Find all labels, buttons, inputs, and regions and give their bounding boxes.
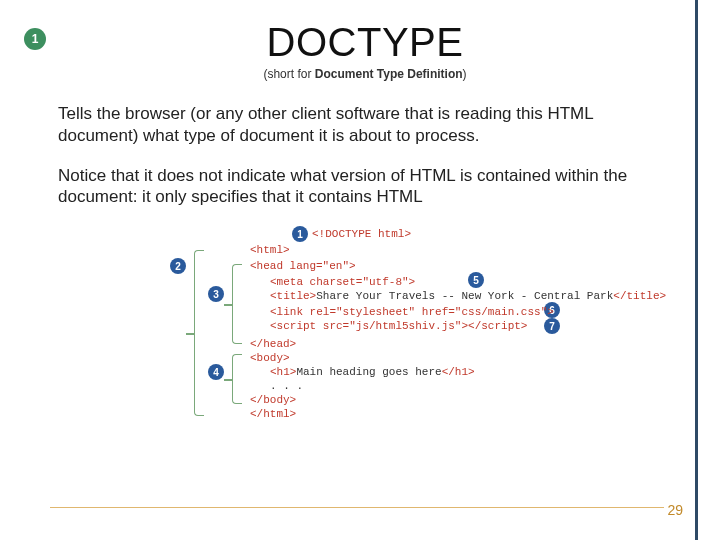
subtitle-bold: Document Type Definition xyxy=(315,67,463,81)
code-script: <script src="js/html5shiv.js"></script> xyxy=(270,320,527,332)
callout-7: 7 xyxy=(544,318,560,334)
code-ellipsis: . . . xyxy=(270,380,303,392)
code-head-close: </head> xyxy=(250,338,296,350)
page-title: DOCTYPE xyxy=(50,20,680,65)
code-diagram: 1 2 3 4 5 6 7 <!DOCTYPE html> <html> <he… xyxy=(150,226,580,426)
code-meta: <meta charset="utf-8"> xyxy=(270,276,415,288)
slide: 1 DOCTYPE (short for Document Type Defin… xyxy=(0,0,720,540)
bracket-body-stem xyxy=(224,379,232,381)
callout-5: 5 xyxy=(468,272,484,288)
subtitle: (short for Document Type Definition) xyxy=(50,67,680,81)
page-number: 29 xyxy=(664,502,686,518)
code-title: <title>Share Your Travels -- New York - … xyxy=(270,290,666,302)
bracket-body xyxy=(232,354,242,404)
code-html-open: <html> xyxy=(250,244,290,256)
callout-1: 1 xyxy=(292,226,308,242)
code-doctype: <!DOCTYPE html> xyxy=(312,228,411,240)
body-text: Tells the browser (or any other client s… xyxy=(50,103,680,208)
paragraph-1: Tells the browser (or any other client s… xyxy=(58,103,672,147)
code-html-close: </html> xyxy=(250,408,296,420)
callout-4: 4 xyxy=(208,364,224,380)
step-badge: 1 xyxy=(24,28,46,50)
code-body-close: </body> xyxy=(250,394,296,406)
callout-2: 2 xyxy=(170,258,186,274)
code-body-open: <body> xyxy=(250,352,290,364)
bracket-head xyxy=(232,264,242,344)
subtitle-suffix: ) xyxy=(463,67,467,81)
code-h1: <h1>Main heading goes here</h1> xyxy=(270,366,475,378)
bracket-head-stem xyxy=(224,304,232,306)
footer-rule xyxy=(50,507,670,508)
bracket-html xyxy=(194,250,204,416)
subtitle-prefix: (short for xyxy=(263,67,314,81)
bracket-html-stem xyxy=(186,333,194,335)
decorative-stripe xyxy=(695,0,698,540)
code-head-open: <head lang="en"> xyxy=(250,260,356,272)
paragraph-2: Notice that it does not indicate what ve… xyxy=(58,165,672,209)
callout-3: 3 xyxy=(208,286,224,302)
code-link: <link rel="stylesheet" href="css/main.cs… xyxy=(270,306,554,318)
